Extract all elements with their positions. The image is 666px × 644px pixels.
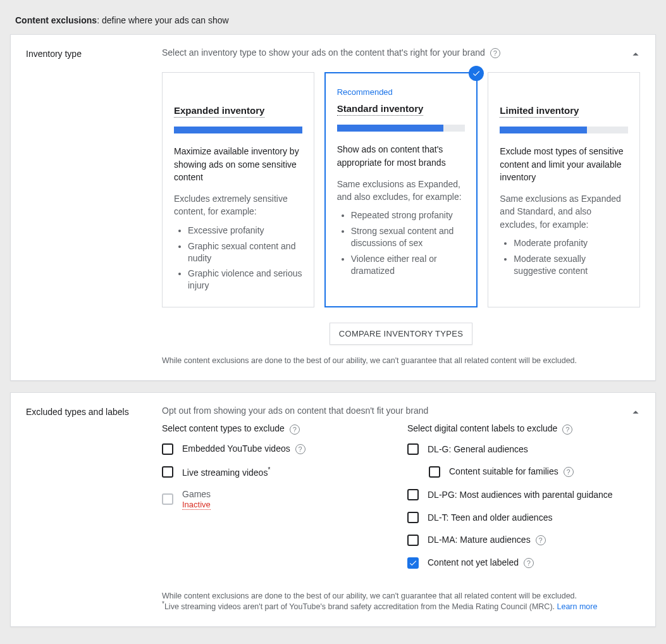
excluded-panel: Excluded types and labels Opt out from s… [10,392,656,626]
checkbox-label: Live streaming videos* [182,466,270,478]
checkbox-row[interactable]: Content not yet labeled ? [407,557,640,569]
compare-button[interactable]: COMPARE INVENTORY TYPES [330,323,472,345]
help-icon[interactable]: ? [490,48,500,58]
card-subtext: Same exclusions as Expanded, and also ex… [337,178,466,204]
checkbox[interactable] [407,535,419,546]
checkbox-label: DL-T: Teen and older audiences [428,512,552,523]
checkbox-row: GamesInactive [162,489,395,509]
checkbox[interactable] [162,443,173,455]
excluded-label: Excluded types and labels [26,406,149,610]
help-icon[interactable]: ? [564,467,574,477]
card-body: Maximize available inventory by showing … [174,145,302,183]
inventory-desc: Select an inventory type to show your ad… [162,47,485,58]
inventory-bar [174,127,302,133]
inventory-disclaimer: While content exclusions are done to the… [162,356,640,365]
checkbox [162,493,173,505]
card-title: Standard inventory [337,103,424,116]
types-heading: Select content types to exclude [162,423,285,433]
labels-heading: Select digital content labels to exclude [407,423,557,433]
inventory-label: Inventory type [26,47,149,365]
excluded-desc: Opt out from showing your ads on content… [162,406,428,416]
help-icon[interactable]: ? [536,535,546,545]
inventory-bar [500,127,628,133]
page-header: Content exclusions: define where your ad… [10,6,656,34]
header-title-bold: Content exclusions [15,15,97,25]
help-icon[interactable]: ? [524,558,534,568]
card-subtext: Excludes extremely sensitive content, fo… [174,192,302,218]
inactive-badge: Inactive [182,500,211,510]
card-bullets: Moderate profanityModerate sexually sugg… [500,237,628,277]
checkbox[interactable] [407,512,419,523]
checkbox[interactable] [407,489,419,500]
checkbox-row[interactable]: Embedded YouTube videos ? [162,443,395,455]
inventory-card[interactable]: Expanded inventoryMaximize available inv… [162,72,314,307]
inventory-card[interactable]: Limited inventoryExclude most types of s… [488,72,640,307]
inventory-card[interactable]: RecommendedStandard inventoryShow ads on… [324,72,478,307]
card-body: Exclude most types of sensitive content … [500,145,628,183]
card-subtext: Same exclusions as Expanded and Standard… [500,192,628,231]
inventory-bar [337,125,466,132]
checkbox-row[interactable]: DL-T: Teen and older audiences [407,512,640,523]
help-icon[interactable]: ? [295,444,305,454]
checkbox-row[interactable]: DL-G: General audiences [407,443,640,455]
checkbox-row[interactable]: DL-PG: Most audiences with parental guid… [407,489,640,500]
learn-more-link[interactable]: Learn more [557,602,598,611]
checkbox-row[interactable]: Content suitable for families ? [429,466,640,478]
help-icon[interactable]: ? [290,424,300,435]
checkbox-label: Content suitable for families ? [449,466,574,477]
checkbox-row[interactable]: DL-MA: Mature audiences ? [407,535,640,546]
checkbox-label: DL-PG: Most audiences with parental guid… [428,490,613,500]
card-title: Limited inventory [500,105,579,118]
checkbox[interactable] [429,466,440,478]
chevron-up-icon[interactable] [629,406,643,421]
checkbox[interactable] [407,443,419,455]
checkbox-row[interactable]: Live streaming videos* [162,466,395,478]
header-title-rest: : define where your ads can show [97,15,229,25]
checkbox-label: DL-MA: Mature audiences ? [428,535,546,545]
card-body: Show ads on content that's appropriate f… [337,143,466,169]
excluded-disclaimer: While content exclusions are done to the… [162,591,640,611]
checkbox-label: DL-G: General audiences [428,444,528,454]
card-title: Expanded inventory [174,105,264,118]
inventory-panel: Inventory type Select an inventory type … [10,34,656,381]
checkbox-label: GamesInactive [182,489,211,509]
checkbox-label: Embedded YouTube videos ? [182,443,305,454]
card-bullets: Excessive profanityGraphic sexual conten… [174,225,302,292]
card-bullets: Repeated strong profanityStrong sexual c… [337,209,466,276]
recommended-badge: Recommended [337,87,466,97]
checkbox[interactable] [407,557,419,569]
checkbox-label: Content not yet labeled ? [428,557,534,568]
help-icon[interactable]: ? [562,424,572,435]
checkbox[interactable] [162,466,173,478]
chevron-up-icon[interactable] [629,47,643,63]
checkmark-icon [469,66,484,81]
